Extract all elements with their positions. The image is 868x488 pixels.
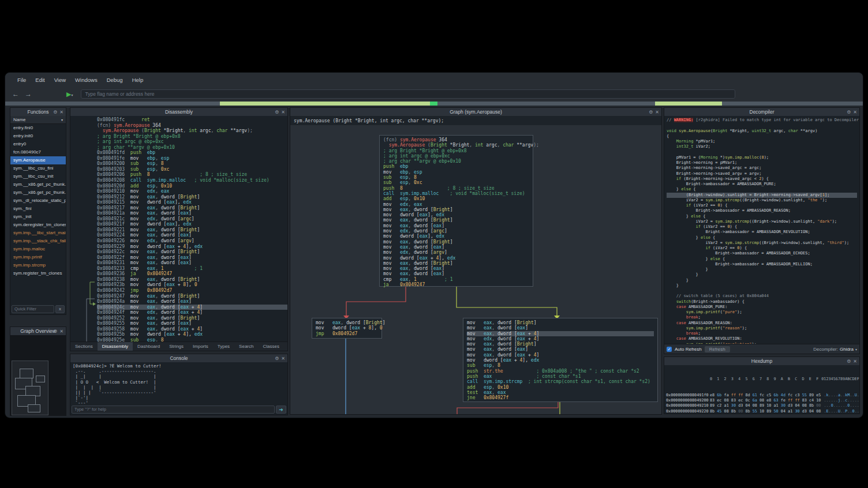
code-line[interactable]: 0x08049210 mov edx, eax — [97, 189, 287, 194]
clear-filter-icon[interactable]: x — [55, 305, 65, 313]
panel-menu-icon[interactable]: ⚙ — [649, 110, 653, 115]
debug-play-icon[interactable]: ▶▾ — [66, 91, 73, 98]
code-line[interactable]: mov eax, dword [eax] — [383, 266, 529, 271]
code-line[interactable]: int32_t iVar2; — [667, 144, 857, 149]
code-line[interactable]: 0x0804923b mov dword [eax + 8], 0 — [97, 282, 287, 288]
code-line[interactable]: call sym.imp.strcmp ; int strcmp(const c… — [467, 379, 654, 384]
code-line[interactable]: ; arg Bright *Bright @ ebp+0x8 — [383, 148, 529, 153]
code-line[interactable]: Bright->ambassador = AMBASSADOR_MILLION; — [667, 262, 857, 267]
code-line[interactable]: 0x0804921a mov eax, dword [eax] — [97, 211, 287, 216]
code-line[interactable]: add esp, 0x10 — [467, 385, 654, 390]
code-line[interactable]: 0x08049208 call sym.imp.malloc ; void *m… — [97, 178, 287, 183]
code-line[interactable]: 0x08049238 mov eax, dword [Bright] — [97, 277, 287, 283]
code-line[interactable]: cmp eax, 1 ; 1 — [383, 277, 529, 282]
menu-item-windows[interactable]: Windows — [71, 75, 102, 85]
tab-disassembly[interactable]: Disassembly — [98, 342, 133, 351]
code-line[interactable]: add esp, 0x10 — [383, 196, 529, 201]
tab-imports[interactable]: Imports — [188, 342, 213, 351]
code-line[interactable]: 0x08049242 jmp 0x80492d7 — [97, 288, 287, 294]
code-line[interactable]: mov edx, dword [argv] — [383, 250, 529, 255]
code-line[interactable]: push 8 ; 8 ; size_t size — [383, 186, 529, 191]
quick-filter-input[interactable]: Quick Filter — [12, 305, 54, 313]
memory-map-segment[interactable] — [5, 102, 220, 106]
code-line[interactable]: 0x08049200 sub esp, 8 — [97, 161, 287, 167]
code-line[interactable]: Bright->ambassador = AMBASSADOR_PURE; — [667, 182, 857, 187]
code-line[interactable]: // WARNING: [r2ghidra] Failed to match t… — [667, 118, 857, 123]
close-panel-icon[interactable]: ✕ — [59, 329, 63, 334]
function-item[interactable]: sym.imp.__libc_start_main — [10, 229, 66, 237]
panel-menu-icon[interactable]: ⚙ — [53, 329, 57, 334]
code-line[interactable]: } — [667, 278, 857, 283]
code-line[interactable]: 0x0804921f mov dword [eax], edx — [97, 222, 287, 227]
code-line[interactable]: 0x08049231 mov eax, dword [eax] — [97, 260, 287, 266]
code-line[interactable]: } else { — [667, 235, 857, 241]
code-line[interactable]: mov dword [eax], edx — [383, 234, 529, 239]
code-line[interactable]: sym.Aeropause (Bright *Bright, int argc,… — [383, 142, 529, 148]
code-line[interactable]: Morning *pMVar1; — [667, 139, 857, 144]
code-line[interactable]: 0x0804921c mov edx, dword [argc] — [97, 216, 287, 222]
code-line[interactable]: sym.Aeropause (Bright *Bright, int argc,… — [97, 128, 287, 134]
code-line[interactable]: } — [667, 272, 857, 277]
code-line[interactable]: } — [667, 283, 857, 288]
code-line[interactable]: sub esp, 8 — [467, 363, 654, 368]
code-line[interactable]: push str.the ; 0x804a008 ; "the " ; cons… — [467, 369, 654, 374]
code-line[interactable]: ; arg int argc @ ebp+0xc — [97, 139, 287, 145]
function-item[interactable]: sym._init — [10, 213, 66, 221]
function-item[interactable]: sym.__x86.get_pc_thunk.bx — [10, 189, 66, 197]
code-line[interactable]: case AMBASSADOR_REVOLUTION: — [667, 336, 857, 341]
function-item[interactable]: sym.imp.printf — [10, 253, 66, 261]
code-line[interactable]: mov eax, dword [Bright] — [467, 320, 654, 325]
code-line[interactable]: 0x08049215 mov dword [eax], edx — [97, 200, 287, 205]
code-line[interactable]: mov eax, dword [eax] — [383, 223, 529, 228]
close-panel-icon[interactable]: ✕ — [853, 110, 857, 115]
function-item[interactable]: sym.__libc_csu_init — [10, 172, 66, 181]
graph-canvas[interactable]: (fcn) sym.Aeropause 364 sym.Aeropause (B… — [290, 125, 661, 414]
functions-sort-header[interactable]: Name ▾ — [10, 116, 66, 124]
code-line[interactable]: mov eax, dword [Bright] — [467, 341, 654, 347]
close-panel-icon[interactable]: ✕ — [59, 110, 63, 115]
function-item[interactable]: sym.imp.malloc — [10, 245, 66, 253]
code-line[interactable]: jmp 0x80492d7 — [316, 331, 378, 336]
code-line[interactable]: mov edx, dword [argc] — [383, 228, 529, 234]
code-line[interactable]: pMVar1 = (Morning *)sym.imp.malloc(8); — [667, 155, 857, 160]
close-panel-icon[interactable]: ✕ — [281, 110, 285, 115]
code-line[interactable] — [667, 150, 857, 155]
function-item[interactable]: sym.imp.strcmp — [10, 261, 66, 269]
menu-item-view[interactable]: View — [50, 75, 70, 85]
decompiler-code[interactable]: // WARNING: [r2ghidra] Failed to match t… — [664, 116, 859, 344]
hexdump-row[interactable]: 0x00000000080492208b 45 08 8b 00 8b 55 1… — [666, 409, 858, 414]
code-line[interactable] — [667, 288, 857, 294]
menu-item-debug[interactable]: Debug — [103, 75, 127, 85]
code-line[interactable]: ; arg int argc @ ebp+0xc — [383, 153, 529, 159]
code-line[interactable]: mov eax, dword [eax] — [383, 245, 529, 250]
forward-icon[interactable]: → — [24, 90, 33, 98]
function-item[interactable]: sym._dl_relocate_static_pie — [10, 197, 66, 205]
code-line[interactable]: mov eax, dword [eax + 4] — [467, 331, 654, 336]
code-line[interactable]: 0x08049226 mov edx, dword [argv] — [97, 238, 287, 244]
code-line[interactable]: mov edx, dword [eax + 4] — [467, 336, 654, 341]
code-line[interactable]: call sym.imp.malloc ; void *malloc(size_… — [383, 191, 529, 196]
code-line[interactable]: iVar2 = sym.imp.strcmp((Bright->window).… — [667, 241, 857, 246]
code-line[interactable]: (fcn) sym.Aeropause 364 — [97, 123, 287, 129]
code-line[interactable]: ; arg char **argv @ ebp+0x10 — [383, 159, 529, 164]
code-line[interactable]: 0x0804924c mov eax, dword [eax + 4] — [97, 305, 287, 310]
hexdump-row[interactable]: 0x000000000804921089 c2 a1 30 d3 04 08 8… — [666, 403, 858, 408]
code-line[interactable]: } else { — [667, 187, 857, 192]
code-line[interactable] — [667, 123, 857, 128]
code-line[interactable]: Bright->ambassador = AMBASSADOR_REASON; — [667, 208, 857, 213]
code-line[interactable]: 0x08049229 mov dword [eax + 4], edx — [97, 244, 287, 250]
memory-map[interactable] — [5, 102, 863, 106]
panel-menu-icon[interactable]: ⚙ — [53, 110, 57, 115]
close-panel-icon[interactable]: ✕ — [853, 359, 857, 364]
code-line[interactable]: // switch table (5 cases) at 0x804a044 — [667, 294, 857, 299]
panel-menu-icon[interactable]: ⚙ — [275, 356, 279, 361]
code-line[interactable]: mov eax, dword [Bright] — [383, 261, 529, 266]
function-item[interactable]: sym.Aeropause — [10, 156, 66, 164]
menu-item-edit[interactable]: Edit — [31, 75, 48, 85]
function-item[interactable]: sym._fini — [10, 205, 66, 213]
function-item[interactable]: sym.__x86.get_pc_thunk.bp — [10, 181, 66, 189]
graph-node-false-branch[interactable]: mov eax, dword [Bright]mov dword [eax + … — [312, 318, 382, 339]
code-line[interactable]: sym.imp.printf("pure"); — [667, 310, 857, 315]
hexdump-row[interactable]: 0x000000000804920083 ec 08 83 ec 0c 6a 0… — [666, 398, 858, 403]
code-line[interactable]: (Bright->window).sunlight = Bright->morn… — [667, 193, 857, 198]
